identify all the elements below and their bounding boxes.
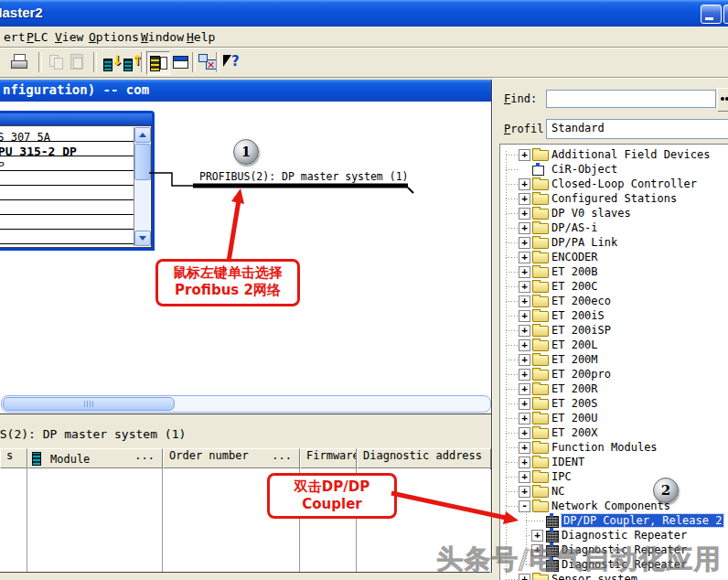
expand-icon[interactable]: + [519,383,530,395]
station-rack-window[interactable]: PS 307 5ACPU 315-2 DPDP [0,111,155,251]
expand-icon[interactable]: + [519,149,530,161]
tree-item-configured-stations[interactable]: +Configured Stations [499,191,726,206]
tree-item-label[interactable]: Network Components [551,499,670,512]
expand-icon[interactable]: + [519,413,530,424]
profibus-master-system-label[interactable]: PROFIBUS(2): DP master system (1) [199,170,408,183]
tree-item-et-200r[interactable]: +ET 200R [499,381,726,396]
scroll-thumb[interactable] [134,144,151,180]
tree-item-et-200u[interactable]: +ET 200U [499,411,726,425]
tree-item-label[interactable]: ET 200X [551,426,598,439]
tree-item-label[interactable]: IDENT [551,456,584,468]
menu-item-window[interactable]: Window [139,29,186,45]
expand-icon[interactable]: + [519,310,530,322]
expand-icon[interactable]: + [519,193,530,205]
station-vertical-scrollbar[interactable] [134,127,150,246]
station-slot-row[interactable] [0,186,134,200]
config-table-button[interactable] [170,51,192,73]
tree-item-label[interactable]: Additional Field Devices [551,148,710,161]
horizontal-scrollbar[interactable] [1,395,491,413]
tree-item-label[interactable]: Closed-Loop Controller [551,177,697,190]
tree-item-nc[interactable]: +NC [499,484,726,499]
expand-icon[interactable]: + [519,325,530,337]
menu-item-ert[interactable]: ert [2,29,27,45]
tree-item-et-200b[interactable]: +ET 200B [499,264,726,279]
catalog-button[interactable] [146,51,170,75]
expand-icon[interactable]: + [519,237,530,249]
tree-item-label[interactable]: ENCODER [551,251,598,263]
expand-icon[interactable]: + [531,530,543,542]
expand-icon[interactable]: + [519,178,530,190]
menu-item-view[interactable]: View [53,29,85,45]
tree-item-label[interactable]: ET 200S [551,397,598,410]
station-slot-row[interactable]: DP [0,156,134,171]
expand-icon[interactable]: + [519,471,530,483]
tree-item-label[interactable]: IPC [551,470,572,483]
tree-item-label[interactable]: Function Modules [551,441,658,454]
tree-item-et-200isp[interactable]: +ET 200iSP [499,323,726,338]
station-slot-row[interactable] [0,230,134,244]
tree-item-label[interactable]: DP/DP Coupler, Release 2 [562,514,723,527]
tree-item-label[interactable]: ET 200pro [551,368,611,381]
tree-item-closed-loop-controller[interactable]: +Closed-Loop Controller [499,177,726,191]
tree-item-label[interactable]: DP V0 slaves [551,207,631,220]
collapse-icon[interactable]: - [519,500,530,512]
expand-icon[interactable]: + [519,442,530,454]
column-header-module[interactable]: Module... [27,448,163,468]
station-slot-row[interactable]: CPU 315-2 DP [0,142,134,156]
minimize-button[interactable] [701,5,722,24]
tree-item-label[interactable]: Diagnostic Repeater [562,529,687,542]
expand-icon[interactable]: + [519,427,530,439]
expand-icon[interactable]: + [519,266,530,278]
download-button[interactable] [101,51,123,73]
find-input[interactable] [546,90,716,108]
tree-item-dp-pa-link[interactable]: +DP/PA Link [499,235,726,250]
station-slot-row[interactable] [0,200,134,215]
expand-icon[interactable]: + [519,398,530,410]
upload-button[interactable] [121,51,143,73]
tree-item-dp-v0-slaves[interactable]: +DP V0 slaves [499,206,726,220]
menu-item-plc[interactable]: PLC [25,29,49,45]
expand-icon[interactable]: + [519,486,530,498]
tree-item-label[interactable]: ET 200B [551,265,598,278]
tree-item-dp-as-i[interactable]: +DP/AS-i [499,220,726,235]
tree-item-encoder[interactable]: +ENCODER [499,250,726,264]
tree-item-function-modules[interactable]: +Function Modules [499,440,726,455]
tree-item-additional-field-devices[interactable]: +Additional Field Devices [499,147,726,162]
tree-item-et-200eco[interactable]: +ET 200eco [499,294,726,308]
menu-item-help[interactable]: Help [185,29,217,45]
column-header-order-number[interactable]: Order number... [163,448,300,468]
maximize-button[interactable] [723,5,728,24]
tree-item-label[interactable]: ET 200iSP [551,324,611,337]
network-button[interactable] [196,51,218,73]
tree-item-et-200l[interactable]: +ET 200L [499,338,726,352]
tree-item-et-200x[interactable]: +ET 200X [499,425,726,440]
tree-item-label[interactable]: DP/AS-i [551,221,598,234]
expand-icon[interactable]: + [519,339,530,351]
tree-item-label[interactable]: ET 200C [551,280,598,293]
expand-icon[interactable]: + [519,252,530,263]
station-slot-row[interactable]: PS 307 5A [0,127,134,142]
tree-item-et-200c[interactable]: +ET 200C [499,279,726,294]
column-header-diagnostic-address[interactable]: Diagnostic address [357,448,491,468]
print-button[interactable] [9,51,31,73]
tree-item-ident[interactable]: +IDENT [499,455,726,469]
tree-item-label[interactable]: ET 200M [551,353,598,366]
column-header-firmware[interactable]: Firmware [300,448,357,468]
partial-button[interactable] [0,51,9,73]
tree-item-et-200is[interactable]: +ET 200iS [499,308,726,323]
tree-item-label[interactable]: ET 200iS [551,309,605,322]
tree-item-et-200pro[interactable]: +ET 200pro [499,367,726,381]
expand-icon[interactable]: + [519,295,530,307]
scroll-up-button[interactable] [134,127,151,143]
profile-dropdown[interactable]: Standard [546,119,728,139]
find-button[interactable] [717,88,728,112]
tree-item-label[interactable]: DP/PA Link [551,236,617,249]
tree-item-label[interactable]: ET 200U [551,412,598,424]
tree-item-diagnostic-repeater[interactable]: +Diagnostic Repeater [499,528,726,542]
tree-item-label[interactable]: Configured Stations [551,192,677,205]
column-header-s[interactable]: s [0,448,27,468]
child-window-titlebar[interactable]: nfiguration) -- com [0,80,492,102]
tree-item-cir-object[interactable]: CiR-Object [499,162,726,177]
station-slot-row[interactable] [0,171,134,186]
tree-item-et-200s[interactable]: +ET 200S [499,396,726,411]
